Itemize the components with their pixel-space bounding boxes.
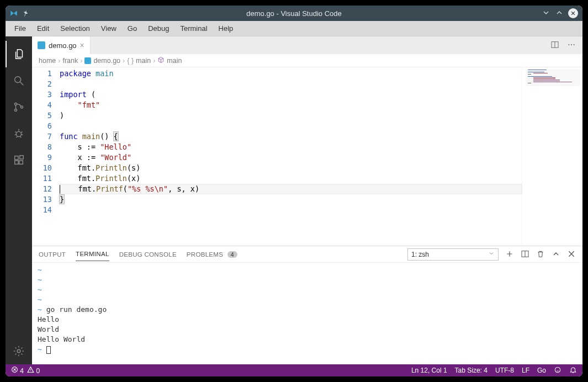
breadcrumb-item[interactable]: { } main bbox=[127, 57, 151, 65]
panel-tabs: OUTPUT TERMINAL DEBUG CONSOLE PROBLEMS 4… bbox=[32, 246, 582, 263]
chevron-right-icon: › bbox=[123, 57, 125, 65]
tab-label: demo.go bbox=[49, 41, 77, 50]
svg-rect-8 bbox=[20, 156, 23, 159]
window-title: demo.go - Visual Studio Code bbox=[6, 9, 582, 18]
split-terminal-icon[interactable] bbox=[521, 250, 529, 259]
debug-icon[interactable] bbox=[6, 120, 32, 147]
split-editor-icon[interactable] bbox=[550, 40, 559, 51]
svg-point-16 bbox=[555, 367, 560, 372]
chevron-right-icon: › bbox=[80, 57, 82, 65]
svg-point-4 bbox=[16, 131, 21, 136]
menu-help[interactable]: Help bbox=[213, 22, 239, 35]
menu-selection[interactable]: Selection bbox=[55, 22, 95, 35]
pin-icon[interactable] bbox=[22, 9, 30, 17]
activitybar bbox=[6, 36, 32, 364]
editor-tabs: demo.go × bbox=[32, 36, 582, 54]
chevron-down-icon bbox=[488, 250, 495, 258]
breadcrumb-item[interactable]: frank bbox=[62, 57, 78, 65]
menu-terminal[interactable]: Terminal bbox=[174, 22, 213, 35]
panel-tab-terminal[interactable]: TERMINAL bbox=[76, 251, 109, 261]
breadcrumb: home › frank › demo.go › { } main › bbox=[32, 54, 582, 67]
terminal[interactable]: ~~~~~ go run demo.goHelloWorldHello Worl… bbox=[32, 263, 582, 364]
status-language[interactable]: Go bbox=[537, 367, 546, 374]
bell-icon[interactable] bbox=[569, 366, 577, 375]
breadcrumb-item[interactable]: main bbox=[157, 56, 182, 65]
menu-edit[interactable]: Edit bbox=[31, 22, 55, 35]
svg-point-13 bbox=[574, 44, 575, 45]
menu-go[interactable]: Go bbox=[122, 22, 142, 35]
app-icon bbox=[10, 9, 18, 17]
problems-badge: 4 bbox=[227, 251, 237, 258]
close-icon[interactable] bbox=[568, 8, 578, 18]
menubar: File Edit Selection View Go Debug Termin… bbox=[6, 21, 582, 36]
extensions-icon[interactable] bbox=[6, 147, 32, 173]
menu-file[interactable]: File bbox=[9, 22, 31, 35]
menu-debug[interactable]: Debug bbox=[142, 22, 174, 35]
window: demo.go - Visual Studio Code File Edit S… bbox=[6, 6, 582, 376]
status-eol[interactable]: LF bbox=[522, 367, 529, 374]
minimize-icon[interactable] bbox=[542, 8, 550, 19]
gear-icon[interactable] bbox=[6, 338, 32, 364]
new-terminal-icon[interactable] bbox=[505, 250, 514, 259]
breadcrumb-item[interactable]: home bbox=[39, 57, 56, 65]
panel-tab-problems[interactable]: PROBLEMS 4 bbox=[187, 251, 237, 258]
feedback-icon[interactable] bbox=[554, 366, 561, 375]
svg-point-9 bbox=[17, 349, 20, 353]
maximize-panel-icon[interactable] bbox=[552, 250, 560, 259]
close-panel-icon[interactable] bbox=[567, 250, 576, 259]
titlebar: demo.go - Visual Studio Code bbox=[6, 6, 582, 21]
status-warnings[interactable]: 0 bbox=[27, 366, 40, 375]
braces-icon: { } bbox=[127, 57, 134, 65]
chevron-right-icon: › bbox=[58, 57, 60, 65]
cube-icon bbox=[157, 56, 165, 65]
close-icon[interactable]: × bbox=[80, 41, 84, 50]
svg-point-0 bbox=[15, 77, 21, 83]
svg-point-12 bbox=[571, 44, 572, 45]
code-editor[interactable]: 1234567891011121314 package mainimport (… bbox=[32, 67, 582, 246]
svg-rect-7 bbox=[19, 161, 23, 164]
terminal-selector[interactable]: 1: zsh bbox=[407, 248, 499, 261]
menu-view[interactable]: View bbox=[96, 22, 122, 35]
more-actions-icon[interactable] bbox=[567, 40, 576, 51]
breadcrumb-item[interactable]: demo.go bbox=[84, 57, 120, 65]
panel: OUTPUT TERMINAL DEBUG CONSOLE PROBLEMS 4… bbox=[32, 246, 582, 364]
svg-point-2 bbox=[14, 109, 17, 111]
chevron-right-icon: › bbox=[153, 57, 155, 65]
status-errors[interactable]: 4 bbox=[11, 366, 24, 375]
status-encoding[interactable]: UTF-8 bbox=[495, 367, 514, 374]
tab-demo-go[interactable]: demo.go × bbox=[32, 36, 91, 54]
code-content[interactable]: package mainimport ( "fmt")func main() {… bbox=[60, 67, 522, 246]
panel-tab-debug-console[interactable]: DEBUG CONSOLE bbox=[119, 251, 177, 258]
files-icon[interactable] bbox=[6, 41, 32, 67]
svg-rect-5 bbox=[15, 156, 18, 160]
svg-point-1 bbox=[14, 103, 17, 105]
panel-tab-output[interactable]: OUTPUT bbox=[39, 251, 66, 258]
minimap[interactable] bbox=[522, 67, 582, 246]
status-cursor[interactable]: Ln 12, Col 1 bbox=[411, 367, 447, 374]
status-tab-size[interactable]: Tab Size: 4 bbox=[455, 367, 488, 374]
svg-rect-6 bbox=[15, 161, 18, 164]
go-file-icon bbox=[84, 57, 91, 64]
statusbar: 4 0 Ln 12, Col 1 Tab Size: 4 UTF-8 LF Go bbox=[6, 364, 582, 376]
source-control-icon[interactable] bbox=[6, 94, 32, 120]
kill-terminal-icon[interactable] bbox=[536, 250, 545, 259]
maximize-icon[interactable] bbox=[555, 8, 564, 19]
svg-point-11 bbox=[568, 44, 569, 45]
go-file-icon bbox=[38, 41, 45, 49]
search-icon[interactable] bbox=[6, 67, 32, 94]
line-gutter: 1234567891011121314 bbox=[32, 67, 60, 246]
